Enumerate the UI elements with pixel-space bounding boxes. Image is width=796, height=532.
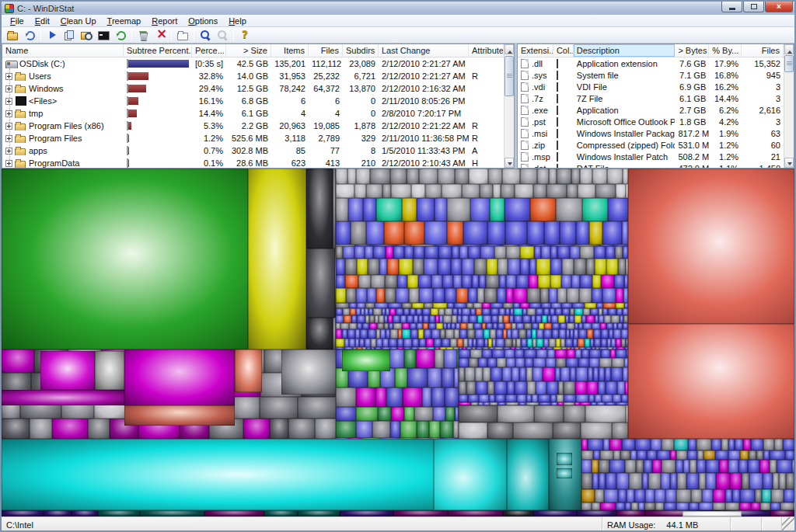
treemap-tile[interactable] [560, 367, 570, 381]
treemap-tile[interactable] [697, 450, 703, 460]
treemap-tile[interactable] [442, 275, 453, 288]
tree-col-percent[interactable]: Perce... [192, 44, 226, 57]
treemap-tile[interactable] [498, 323, 504, 329]
treemap-tile[interactable] [459, 422, 487, 439]
treemap-tile[interactable] [455, 169, 469, 184]
treemap-tile[interactable] [482, 303, 491, 308]
treemap-tile[interactable] [433, 288, 445, 303]
treemap-tile[interactable] [491, 308, 499, 315]
treemap-block-magenta-small-1[interactable] [40, 351, 95, 390]
treemap-block-magenta-band[interactable] [2, 390, 124, 405]
treemap-tile[interactable] [527, 221, 544, 245]
treemap-tile[interactable] [232, 397, 260, 419]
treemap-tile[interactable] [542, 315, 547, 323]
treemap-tile[interactable] [770, 460, 777, 473]
treemap-tile[interactable] [336, 275, 345, 288]
treemap-tile[interactable] [446, 347, 453, 349]
treemap-tile[interactable] [423, 323, 428, 329]
treemap-tile[interactable] [403, 347, 411, 349]
treemap-tile[interactable] [616, 303, 624, 308]
treemap-tile[interactable] [393, 510, 448, 516]
treemap-tile[interactable] [477, 339, 484, 347]
treemap-tile[interactable] [570, 246, 580, 259]
menu-report[interactable]: Report [146, 16, 183, 26]
treemap-tile[interactable] [52, 419, 88, 439]
treemap-tile[interactable] [470, 198, 490, 221]
treemap-tile[interactable] [501, 184, 515, 198]
treemap-tile[interactable] [477, 288, 484, 303]
treemap-tile[interactable] [536, 349, 547, 358]
treemap-tile[interactable] [686, 473, 699, 489]
treemap-tile[interactable] [397, 347, 403, 349]
treemap-tile[interactable] [593, 329, 601, 339]
treemap-tile[interactable] [592, 460, 599, 473]
treemap-tile[interactable] [505, 395, 517, 402]
treemap-tile[interactable] [377, 323, 384, 329]
treemap-tile[interactable] [585, 405, 626, 422]
treemap-tile[interactable] [549, 339, 556, 347]
treemap-tile[interactable] [306, 318, 333, 349]
treemap-tile[interactable] [526, 329, 532, 339]
treemap-tile[interactable] [779, 473, 786, 489]
treemap-tile[interactable] [356, 421, 372, 438]
treemap-tile[interactable] [298, 397, 336, 419]
treemap-tile[interactable] [645, 489, 655, 502]
treemap-tile[interactable] [623, 323, 628, 329]
treemap-tile[interactable] [72, 510, 98, 516]
treemap-tile[interactable] [493, 184, 501, 198]
treemap-tile[interactable] [713, 489, 725, 502]
treemap-tile[interactable] [404, 349, 416, 368]
treemap-tile[interactable] [600, 502, 616, 510]
treemap-tile[interactable] [588, 395, 595, 402]
treemap-tile[interactable] [595, 489, 604, 502]
treemap-tile[interactable] [566, 358, 578, 367]
treemap-tile[interactable] [652, 460, 662, 473]
treemap-tile[interactable] [452, 246, 459, 259]
treemap-tile[interactable] [567, 184, 578, 198]
treemap-tile[interactable] [592, 473, 599, 489]
treemap-tile[interactable] [536, 315, 542, 323]
treemap-tile[interactable] [411, 347, 418, 349]
treemap-tile[interactable] [447, 198, 470, 221]
treemap-tile[interactable] [397, 339, 403, 347]
treemap-tile[interactable] [551, 315, 558, 323]
treemap-tile[interactable] [478, 358, 487, 367]
tree-col-bar[interactable]: Subtree Percent... [124, 44, 192, 57]
treemap-tile[interactable] [696, 460, 706, 473]
extension-row[interactable]: .zipCompressed (zipped) Folder531.0 MB1.… [518, 139, 784, 151]
treemap-tile[interactable] [564, 395, 576, 402]
treemap-tile[interactable] [447, 221, 463, 245]
treemap-tile[interactable] [498, 405, 534, 422]
treemap-tile[interactable] [567, 288, 579, 303]
treemap-tile[interactable] [616, 339, 621, 347]
treemap-tile[interactable] [429, 315, 435, 323]
treemap-tile[interactable] [442, 368, 454, 388]
treemap-tile[interactable] [575, 349, 581, 358]
tree-row[interactable]: <Files>16.1%6.8 GB6602/11/2010 8:05:26 P… [2, 95, 504, 107]
treemap-block-treemap-selection[interactable] [683, 511, 742, 516]
treemap-tile[interactable] [560, 221, 576, 245]
treemap-tile[interactable] [524, 349, 536, 358]
treemap-tile[interactable] [402, 323, 410, 329]
treemap-tile[interactable] [567, 323, 574, 329]
expand-icon[interactable] [5, 148, 12, 155]
treemap-tile[interactable] [618, 259, 626, 275]
extension-row[interactable]: .msiWindows Installer Package817.2 MB1.9… [518, 127, 784, 139]
treemap-tile[interactable] [342, 329, 347, 339]
treemap-tile[interactable] [600, 323, 606, 329]
tree-col-change[interactable]: Last Change [379, 44, 469, 57]
treemap-tile[interactable] [466, 381, 476, 395]
treemap-tile[interactable] [549, 288, 557, 303]
treemap-tile[interactable] [565, 339, 573, 347]
treemap-tile[interactable] [518, 329, 526, 339]
treemap-tile[interactable] [349, 323, 357, 329]
treemap-tile[interactable] [431, 308, 438, 315]
treemap-tile[interactable] [555, 308, 562, 315]
treemap-tile[interactable] [476, 381, 487, 395]
scroll-thumb[interactable] [784, 55, 794, 72]
treemap-tile[interactable] [407, 315, 414, 323]
treemap-tile[interactable] [393, 315, 400, 323]
treemap-tile[interactable] [2, 349, 34, 373]
treemap-tile[interactable] [336, 421, 356, 438]
treemap-tile[interactable] [336, 308, 343, 315]
